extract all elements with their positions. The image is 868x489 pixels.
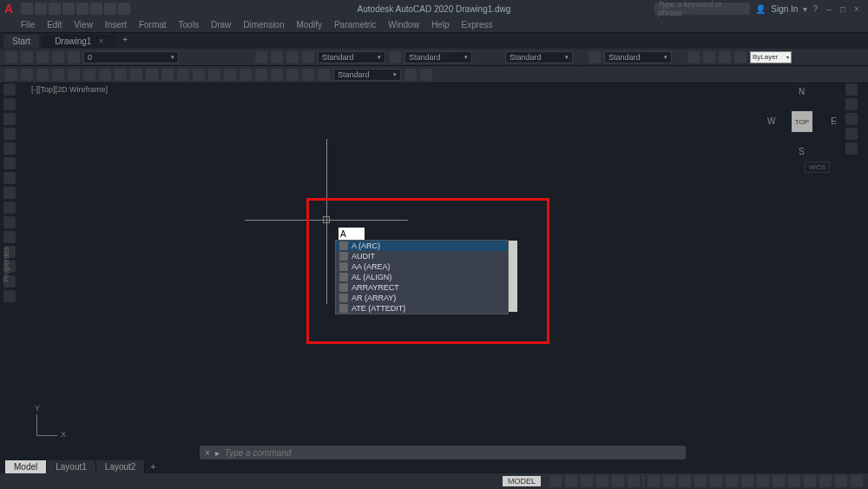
tab-drawing1[interactable]: Drawing1 × <box>43 35 115 48</box>
menu-dimension[interactable]: Dimension <box>243 20 284 30</box>
status-clean-icon[interactable] <box>835 475 847 487</box>
annostyle-dropdown[interactable]: Standard <box>333 69 401 81</box>
compass-w[interactable]: W <box>767 116 775 126</box>
tool-point-icon[interactable] <box>3 202 16 214</box>
nav-zoom-icon[interactable] <box>845 113 858 125</box>
help-search-input[interactable]: Type a keyword or phrase <box>654 3 750 15</box>
status-polar-icon[interactable] <box>596 475 608 487</box>
qat-redo-icon[interactable] <box>104 3 116 15</box>
status-customize-icon[interactable] <box>851 475 863 487</box>
minimize-button[interactable]: – <box>823 3 835 15</box>
qat-new-icon[interactable] <box>21 3 33 15</box>
maximize-button[interactable]: □ <box>837 3 849 15</box>
close-button[interactable]: × <box>851 3 863 15</box>
menu-modify[interactable]: Modify <box>297 20 322 30</box>
layout-tab-layout2[interactable]: Layout2 <box>96 460 146 473</box>
nav-orbit-icon[interactable] <box>845 128 858 140</box>
cmdline-chevron-icon[interactable]: ▸ <box>215 448 220 458</box>
qat-undo-icon[interactable] <box>90 3 102 15</box>
status-quickprops-icon[interactable] <box>773 475 785 487</box>
match-icon[interactable] <box>687 51 700 63</box>
layout-tab-layout1[interactable]: Layout1 <box>47 460 96 473</box>
autocomplete-item[interactable]: AR (ARRAY) <box>336 293 508 303</box>
block-insert-icon[interactable] <box>255 51 267 63</box>
circle-icon[interactable] <box>36 69 49 81</box>
autocomplete-item[interactable]: AL (ALIGN) <box>336 272 508 282</box>
copy-icon[interactable] <box>161 69 174 81</box>
layer-dropdown[interactable]: 0 <box>83 51 179 63</box>
status-model-button[interactable]: MODEL <box>503 476 541 486</box>
status-selection-icon[interactable] <box>679 475 691 487</box>
autocomplete-scrollbar[interactable] <box>509 241 517 312</box>
status-ortho-icon[interactable] <box>581 475 593 487</box>
layout-tab-model[interactable]: Model <box>5 460 47 473</box>
dimstyle-dropdown[interactable]: Standard <box>404 51 472 63</box>
array-icon[interactable] <box>271 69 283 81</box>
tool-circle-icon[interactable] <box>3 113 16 125</box>
nav-pan-icon[interactable] <box>845 98 858 110</box>
hatch-icon[interactable] <box>99 69 111 81</box>
status-grid-icon[interactable] <box>549 475 562 487</box>
tab-start[interactable]: Start <box>3 35 39 48</box>
color-icon[interactable] <box>703 51 715 63</box>
spline-icon[interactable] <box>115 69 127 81</box>
autocomplete-item[interactable]: AA (AREA) <box>336 261 508 272</box>
layer-iso-icon[interactable] <box>36 51 49 63</box>
tool-pline-icon[interactable] <box>3 98 16 110</box>
move-icon[interactable] <box>146 69 158 81</box>
properties-palette-tab[interactable]: Properties <box>0 243 12 286</box>
viewcube-top[interactable]: TOP <box>792 111 812 132</box>
ellipse-icon[interactable] <box>83 69 95 81</box>
ltype-icon[interactable] <box>719 51 731 63</box>
tool-region-icon[interactable] <box>3 216 16 228</box>
line-icon[interactable] <box>5 69 17 81</box>
status-units-icon[interactable] <box>757 475 769 487</box>
block-create-icon[interactable] <box>271 51 283 63</box>
tab-close-icon[interactable]: × <box>98 36 103 46</box>
compass-e[interactable]: E <box>831 116 837 126</box>
dim-icon[interactable] <box>389 51 401 63</box>
text-icon[interactable] <box>302 51 314 63</box>
menu-insert[interactable]: Insert <box>105 20 127 30</box>
mleader-icon[interactable] <box>589 51 601 63</box>
menu-view[interactable]: View <box>74 20 93 30</box>
qat-more-icon[interactable] <box>118 3 130 15</box>
layer-states-icon[interactable] <box>21 51 33 63</box>
block-edit-icon[interactable] <box>286 51 299 63</box>
status-isolate-icon[interactable] <box>804 475 816 487</box>
menu-help[interactable]: Help <box>431 20 450 30</box>
mirror-icon[interactable] <box>193 69 205 81</box>
autocomplete-item[interactable]: ARRAYRECT <box>336 282 508 293</box>
wcs-label[interactable]: WCS <box>805 162 830 173</box>
rotate-icon[interactable] <box>177 69 189 81</box>
status-lock-icon[interactable] <box>788 475 800 487</box>
erase-icon[interactable] <box>302 69 314 81</box>
polyline-icon[interactable] <box>21 69 33 81</box>
layout-tab-add[interactable]: + <box>145 460 161 473</box>
compass-n[interactable]: N <box>799 87 805 96</box>
tablestyle-dropdown[interactable]: Standard <box>505 51 573 63</box>
status-transparency-icon[interactable] <box>663 475 675 487</box>
menu-format[interactable]: Format <box>139 20 167 30</box>
tool-line-icon[interactable] <box>3 83 16 96</box>
cmdline-close-icon[interactable]: × <box>205 448 210 458</box>
menu-express[interactable]: Express <box>461 20 492 30</box>
status-lineweight-icon[interactable] <box>648 475 660 487</box>
tab-new-button[interactable]: + <box>119 35 131 47</box>
qat-save-icon[interactable] <box>49 3 61 15</box>
point-icon[interactable] <box>130 69 142 81</box>
autocomplete-item[interactable]: AUDIT <box>336 251 508 261</box>
status-workspace-icon[interactable] <box>726 475 738 487</box>
layer-lock-icon[interactable] <box>68 51 80 63</box>
qat-saveas-icon[interactable] <box>62 3 75 15</box>
trim-icon[interactable] <box>224 69 236 81</box>
tool-ellipse-icon[interactable] <box>3 157 16 169</box>
app-logo[interactable]: A <box>0 0 17 17</box>
help-icon[interactable]: ? <box>812 4 818 14</box>
status-annoscale-icon[interactable] <box>710 475 722 487</box>
status-snap-icon[interactable] <box>565 475 577 487</box>
status-gizmo-icon[interactable] <box>694 475 707 487</box>
group-icon[interactable] <box>404 69 417 81</box>
cloud-icon[interactable]: ▾ <box>803 4 807 14</box>
compass-s[interactable]: S <box>799 147 805 156</box>
